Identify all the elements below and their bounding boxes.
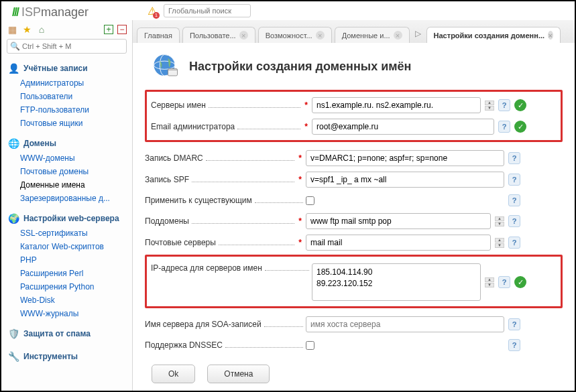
alert-icon[interactable]: ⚠1 <box>148 5 157 17</box>
nav-item[interactable]: PHP <box>8 253 132 267</box>
stepper[interactable]: ▲▼ <box>495 238 504 248</box>
nav-section-spam[interactable]: 🛡️Защита от спама <box>1 324 132 342</box>
required-mark: * <box>298 238 302 247</box>
stepper[interactable]: ▲▼ <box>495 216 504 226</box>
spf-input[interactable] <box>306 172 504 188</box>
admin-email-input[interactable] <box>312 119 494 135</box>
nav-item[interactable]: Расширения Perl <box>8 267 132 280</box>
nav-item[interactable]: Зарезервированные д... <box>8 192 132 205</box>
nav-item[interactable]: Почтовые домены <box>8 165 132 178</box>
nav-section-tools[interactable]: 🔧Инструменты <box>1 347 132 365</box>
nav-item[interactable]: Пользователи <box>8 90 132 103</box>
nav-item[interactable]: FTP-пользователи <box>8 103 132 117</box>
main-area: Главная Пользовате...× Возможност...× До… <box>133 20 575 391</box>
ip-ns-textarea[interactable]: 185.104.114.90 89.223.120.152 <box>312 263 481 301</box>
help-icon[interactable]: ? <box>508 318 520 330</box>
stepper[interactable]: ▲▼ <box>485 101 494 111</box>
field-label: Почтовые серверы <box>145 238 216 247</box>
new-tab-icon[interactable]: ▦ <box>7 24 17 35</box>
nav-item[interactable]: Доменные имена <box>8 178 132 192</box>
nav-section-domains[interactable]: 🌐Домены <box>1 134 132 151</box>
help-icon[interactable]: ? <box>508 194 520 206</box>
dnssec-checkbox[interactable] <box>306 341 314 350</box>
close-icon[interactable]: × <box>239 31 248 40</box>
field-label: Серверы имен <box>151 101 206 110</box>
valid-icon: ✓ <box>514 99 526 111</box>
close-icon[interactable]: × <box>316 31 325 40</box>
field-label: Запись DMARC <box>145 153 203 163</box>
nav-item[interactable]: SSL-сертификаты <box>8 226 132 240</box>
remove-icon[interactable]: − <box>117 25 127 34</box>
close-icon[interactable]: × <box>548 31 553 40</box>
product-logo: /// ISPmanager <box>5 3 95 25</box>
ns-input[interactable] <box>312 97 481 113</box>
field-label: Поддержка DNSSEC <box>145 340 223 350</box>
global-search-input[interactable] <box>164 4 251 17</box>
field-label: Имя сервера для SOA-записей <box>145 320 262 329</box>
home-icon[interactable]: ⌂ <box>36 24 47 35</box>
shield-icon: 🛡️ <box>8 328 19 339</box>
tab[interactable]: Настройки создания доменн...× <box>426 27 561 43</box>
cancel-button[interactable]: Отмена <box>207 365 270 383</box>
nav-item[interactable]: WWW-домены <box>8 151 132 165</box>
nav-item[interactable]: Web-Disk <box>8 293 132 307</box>
valid-icon: ✓ <box>514 121 526 133</box>
globe-icon: 🌐 <box>8 138 19 149</box>
help-icon[interactable]: ? <box>508 152 520 164</box>
help-icon[interactable]: ? <box>508 215 520 227</box>
form-panel: Настройки создания доменных имён Серверы… <box>133 43 575 391</box>
page-title: Настройки создания доменных имён <box>189 60 411 74</box>
stepper[interactable]: ▲▼ <box>485 277 494 287</box>
favorite-icon[interactable]: ★ <box>21 24 32 35</box>
help-icon[interactable]: ? <box>498 276 510 288</box>
quick-search-input[interactable] <box>7 39 127 54</box>
field-label: Применить к существующим <box>145 196 252 205</box>
nav-item[interactable]: WWW-журналы <box>8 307 132 320</box>
page-globe-icon <box>152 52 180 80</box>
field-label: Email администратора <box>151 122 235 131</box>
ok-button[interactable]: Ok <box>152 365 195 383</box>
highlighted-group-2: IP-адреса для серверов имен 185.104.114.… <box>145 255 563 308</box>
server-icon: 🌍 <box>8 213 19 224</box>
nav-item[interactable]: Администраторы <box>8 76 132 90</box>
soa-input[interactable] <box>306 316 504 332</box>
field-label: IP-адреса для серверов имен <box>151 263 262 273</box>
user-icon: 👤 <box>8 63 19 74</box>
help-icon[interactable]: ? <box>508 237 520 249</box>
subdomains-input[interactable] <box>306 213 491 229</box>
search-icon: 🔍 <box>10 42 20 51</box>
field-label: Запись SPF <box>145 175 189 184</box>
help-icon[interactable]: ? <box>508 339 520 351</box>
required-mark: * <box>298 175 302 184</box>
tab[interactable]: Главная <box>137 27 180 43</box>
wrench-icon: 🔧 <box>8 351 19 362</box>
required-mark: * <box>298 153 302 163</box>
help-icon[interactable]: ? <box>498 121 510 133</box>
valid-icon: ✓ <box>514 276 526 288</box>
nav-section-accounts[interactable]: 👤Учётные записи <box>1 59 132 76</box>
sidebar: ▦ ★ ⌂ + − 🔍 👤Учётные записи Администрато… <box>1 20 133 391</box>
field-label: Поддомены <box>145 216 189 226</box>
apply-existing-checkbox[interactable] <box>306 196 314 205</box>
tab[interactable]: Доменные и...× <box>335 27 410 43</box>
tab[interactable]: Пользовате...× <box>182 27 255 43</box>
add-icon[interactable]: + <box>104 25 113 34</box>
nav-section-web[interactable]: 🌍Настройки web-сервера <box>1 209 132 226</box>
tab-bar: Главная Пользовате...× Возможност...× До… <box>133 20 575 43</box>
tab[interactable]: Возможност...× <box>258 27 332 43</box>
mail-servers-input[interactable] <box>306 235 491 251</box>
highlighted-group-1: Серверы имен* ▲▼ ? ✓ Email администратор… <box>145 90 563 142</box>
required-mark: * <box>304 101 308 110</box>
close-icon[interactable]: × <box>394 31 402 40</box>
nav-item[interactable]: Каталог Web-скриптов <box>8 240 132 253</box>
nav-item[interactable]: Расширения Python <box>8 280 132 293</box>
dmarc-input[interactable] <box>306 150 504 166</box>
help-icon[interactable]: ? <box>498 99 510 111</box>
required-mark: * <box>298 216 302 226</box>
nav-item[interactable]: Почтовые ящики <box>8 117 132 130</box>
sidebar-toolbar: ▦ ★ ⌂ + − <box>1 23 132 39</box>
required-mark: * <box>304 122 308 131</box>
tab-scroll-right-icon[interactable]: ▷ <box>412 29 424 38</box>
help-icon[interactable]: ? <box>508 174 520 186</box>
